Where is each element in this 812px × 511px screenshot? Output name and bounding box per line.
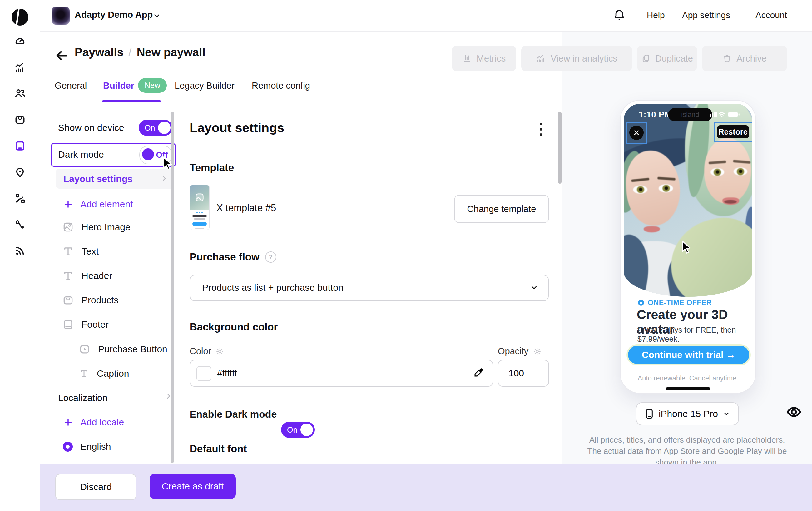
image-icon [62,221,74,233]
add-element-button[interactable]: Add element [63,197,133,212]
sidebar-item-footer[interactable]: Footer [62,317,109,332]
opacity-value[interactable]: 100 [509,368,524,378]
rail-analytics-icon[interactable] [14,61,26,73]
enable-dark-mode-label: Enable Dark mode [190,408,277,420]
breadcrumb-separator: / [128,46,132,59]
locale-item-english[interactable]: English [63,439,111,454]
create-as-draft-button[interactable]: Create as draft [150,474,236,499]
tab-builder[interactable]: Builder [103,81,134,91]
sidebar-item-layout-settings[interactable]: Layout settings [56,169,174,189]
opacity-input[interactable]: 100 [498,360,549,387]
builder-new-badge: New [138,78,167,93]
discard-label: Discard [80,482,112,492]
archive-button[interactable]: Archive [702,46,787,71]
main-scrollbar[interactable] [558,112,561,184]
color-input[interactable]: #ffffff [190,360,493,387]
adapty-logo[interactable] [10,7,29,27]
color-value[interactable]: #ffffff [217,368,237,378]
restore-label: Restore [718,127,747,137]
rail-paywalls-icon[interactable] [14,140,26,152]
header-label: Header [82,271,112,281]
text-icon [62,246,74,257]
rail-products-icon[interactable] [14,114,26,125]
rail-events-feed-icon[interactable] [14,245,26,257]
paywall-hero-image: 1:10 PM island [624,104,752,297]
preview-disclaimer: All prices, titles, and offers displayed… [587,434,787,468]
paywall-restore-button[interactable]: Restore [717,125,749,138]
eyedropper-icon[interactable] [472,367,484,378]
breadcrumb-current: New paywall [137,46,205,59]
locale-radio-selected[interactable] [63,442,73,452]
sidebar-item-text[interactable]: Text [62,244,99,259]
toggle-knob [158,121,171,134]
rail-ab-tests-icon[interactable] [14,192,26,204]
device-selector-label: iPhone 15 Pro [659,408,718,419]
color-field-label: Color [190,346,224,357]
show-on-device-toggle[interactable]: On [139,120,172,136]
nav-help[interactable]: Help [647,10,665,20]
rail-placements-icon[interactable] [14,166,26,178]
text-label: Text [82,246,99,257]
archive-icon [722,54,732,63]
tab-general[interactable]: General [55,81,87,91]
status-icons [710,111,740,118]
sidebar-item-hero-image[interactable]: Hero Image [62,220,130,234]
nav-app-settings[interactable]: App settings [682,10,730,20]
view-in-analytics-button[interactable]: View in analytics [521,46,632,71]
purchase-flow-heading: Purchase flow [190,251,260,263]
paywall-close-button[interactable] [629,125,644,140]
toggle-knob [142,148,154,160]
color-swatch[interactable] [197,366,211,381]
nav-account[interactable]: Account [755,10,787,20]
island-label: island [681,111,699,119]
tab-legacy-builder[interactable]: Legacy Builder [175,81,235,91]
view-in-analytics-label: View in analytics [551,53,617,64]
bag-icon [62,294,74,306]
sidebar-item-header[interactable]: Header [62,268,112,283]
archive-label: Archive [736,53,767,64]
help-icon[interactable]: ? [265,251,277,263]
back-button[interactable] [55,49,68,62]
footer-icon [62,319,74,331]
rail-funnels-icon[interactable] [14,219,26,230]
chevron-down-icon[interactable] [153,12,161,20]
sidebar-item-purchase-button[interactable]: Purchase Button [79,342,167,357]
device-selector[interactable]: iPhone 15 Pro [636,402,739,425]
background-color-heading: Background color [190,321,278,333]
dark-mode-row[interactable]: Dark mode Off [51,143,176,167]
breadcrumb-paywalls[interactable]: Paywalls [75,46,123,59]
chevron-right-icon [160,174,168,182]
discard-button[interactable]: Discard [55,474,137,500]
close-button-selection [626,122,647,144]
plus-icon [63,200,73,209]
rail-overview-icon[interactable] [14,35,26,47]
rail-profiles-icon[interactable] [14,87,26,99]
more-options-button[interactable] [536,120,546,139]
caption-label: Caption [97,368,129,379]
change-template-label: Change template [467,204,536,214]
plus-icon [63,418,73,427]
duplicate-button[interactable]: Duplicate [637,46,697,71]
metrics-button[interactable]: Metrics [452,46,516,71]
purchase-flow-select[interactable]: Products as list + purchase button [190,275,549,301]
change-template-button[interactable]: Change template [454,195,549,223]
template-thumbnail-photo [190,185,209,210]
app-switcher[interactable]: Adapty Demo App [75,10,153,20]
tabs-divider [47,102,551,103]
add-locale-button[interactable]: Add locale [63,415,124,430]
sidebar-item-caption[interactable]: Caption [79,366,129,381]
status-time: 1:10 PM [639,110,672,120]
purchase-button-label: Purchase Button [98,344,167,354]
template-name: X template #5 [216,202,276,214]
enable-dark-mode-toggle[interactable]: On [281,422,315,438]
phone-icon [645,408,654,419]
preview-visibility-toggle[interactable] [786,405,802,419]
localization-label[interactable]: Localization [58,393,108,403]
offer-star-icon [637,299,645,306]
sidebar-item-products[interactable]: Products [62,293,118,308]
notifications-bell-icon[interactable] [613,9,626,23]
tab-remote-config[interactable]: Remote config [252,81,310,91]
paywall-cta-button[interactable]: Continue with trial → [627,344,751,365]
preview-panel: 1:10 PM island [562,31,812,464]
breadcrumb: Paywalls / New paywall [75,46,205,59]
